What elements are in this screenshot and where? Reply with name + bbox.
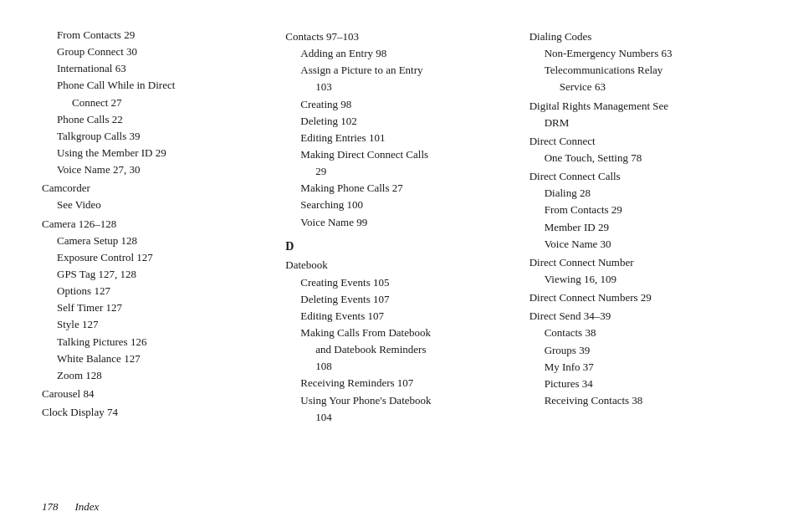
index-entry: Phone Calls 22 bbox=[42, 111, 269, 128]
index-entry: Voice Name 27, 30 bbox=[42, 161, 269, 178]
index-entry: Connect 27 bbox=[42, 95, 269, 111]
index-entry: Self Timer 127 bbox=[42, 299, 269, 316]
index-entry: One Touch, Setting 78 bbox=[529, 150, 756, 166]
index-entry: Service 63 bbox=[529, 79, 756, 95]
index-entry: D bbox=[285, 238, 512, 256]
index-entry: Zoom 128 bbox=[42, 367, 269, 384]
index-entry: Dialing 28 bbox=[529, 185, 756, 202]
index-entry: 104 bbox=[285, 409, 512, 426]
index-entry: Making Phone Calls 27 bbox=[285, 180, 512, 197]
index-entry: Non-Emergency Numbers 63 bbox=[529, 45, 756, 62]
index-entry: Creating 98 bbox=[285, 96, 512, 113]
index-entry: Using Your Phone's Datebook bbox=[285, 392, 512, 409]
index-entry: Searching 100 bbox=[285, 197, 512, 213]
index-entry: Member ID 29 bbox=[529, 219, 756, 236]
index-entry: Direct Connect bbox=[529, 133, 756, 150]
index-entry: Contacts 97–103 bbox=[285, 28, 512, 45]
index-entry: White Balance 127 bbox=[42, 350, 269, 367]
index-entry: Deleting Events 107 bbox=[285, 291, 512, 308]
index-entry: Creating Events 105 bbox=[285, 274, 512, 291]
index-entry: Receiving Reminders 107 bbox=[285, 375, 512, 391]
index-entry: Direct Connect Numbers 29 bbox=[529, 289, 756, 306]
index-entry: Camera Setup 128 bbox=[42, 233, 269, 249]
index-entry: From Contacts 29 bbox=[529, 202, 756, 218]
index-entry: Talkgroup Calls 39 bbox=[42, 128, 269, 145]
index-entry: From Contacts 29 bbox=[42, 27, 269, 43]
index-entry: Viewing 16, 109 bbox=[529, 271, 756, 288]
index-entry: Options 127 bbox=[42, 283, 269, 299]
footer-label: Index bbox=[75, 500, 100, 514]
index-entry: Voice Name 30 bbox=[529, 236, 756, 253]
index-entry: Pictures 34 bbox=[529, 376, 756, 392]
index-column-col2: Contacts 97–103Adding an Entry 98Assign … bbox=[285, 27, 529, 426]
index-column-col1: From Contacts 29Group Connect 30Internat… bbox=[42, 27, 285, 426]
index-entry: Using the Member ID 29 bbox=[42, 145, 269, 161]
index-entry: Editing Events 107 bbox=[285, 308, 512, 325]
index-entry: Making Calls From Datebook bbox=[285, 325, 512, 341]
index-entry: Dialing Codes bbox=[529, 28, 756, 45]
index-entry: My Info 37 bbox=[529, 359, 756, 376]
index-entry: Direct Send 34–39 bbox=[529, 308, 756, 325]
index-entry: Direct Connect Calls bbox=[529, 168, 756, 185]
index-entry: Contacts 38 bbox=[529, 325, 756, 341]
index-entry: and Datebook Reminders bbox=[285, 341, 512, 358]
index-entry: Talking Pictures 126 bbox=[42, 334, 269, 350]
index-entry: Carousel 84 bbox=[42, 386, 269, 402]
index-entry: Editing Entries 101 bbox=[285, 130, 512, 146]
index-entry: Group Connect 30 bbox=[42, 43, 269, 60]
index-entry: Clock Display 74 bbox=[42, 404, 269, 421]
index-entry: Telecommunications Relay bbox=[529, 62, 756, 79]
index-entry: Assign a Picture to an Entry bbox=[285, 62, 512, 79]
index-entry: 108 bbox=[285, 358, 512, 375]
index-entry: Camcorder bbox=[42, 180, 269, 197]
footer-page-number: 178 bbox=[42, 500, 59, 514]
index-column-col3: Dialing CodesNon-Emergency Numbers 63Tel… bbox=[529, 27, 756, 426]
index-entry: Direct Connect Number bbox=[529, 254, 756, 271]
index-entry: Deleting 102 bbox=[285, 113, 512, 130]
index-entry: DRM bbox=[529, 115, 756, 131]
footer: 178 Index bbox=[42, 500, 756, 514]
index-entry: Making Direct Connect Calls bbox=[285, 146, 512, 163]
index-entry: Phone Call While in Direct bbox=[42, 77, 269, 94]
columns-container: From Contacts 29Group Connect 30Internat… bbox=[42, 27, 756, 426]
index-entry: GPS Tag 127, 128 bbox=[42, 266, 269, 283]
index-entry: Exposure Control 127 bbox=[42, 249, 269, 266]
index-entry: Camera 126–128 bbox=[42, 216, 269, 233]
index-entry: Groups 39 bbox=[529, 342, 756, 359]
page: From Contacts 29Group Connect 30Internat… bbox=[0, 0, 798, 532]
index-entry: Voice Name 99 bbox=[285, 214, 512, 231]
index-entry: Datebook bbox=[285, 257, 512, 274]
index-entry: Style 127 bbox=[42, 316, 269, 333]
index-entry: International 63 bbox=[42, 60, 269, 77]
index-entry: 103 bbox=[285, 79, 512, 95]
index-entry: Adding an Entry 98 bbox=[285, 45, 512, 62]
index-entry: 29 bbox=[285, 163, 512, 180]
index-entry: Receiving Contacts 38 bbox=[529, 392, 756, 409]
index-entry: See Video bbox=[42, 197, 269, 213]
index-entry: Digital Rights Management See bbox=[529, 98, 756, 115]
